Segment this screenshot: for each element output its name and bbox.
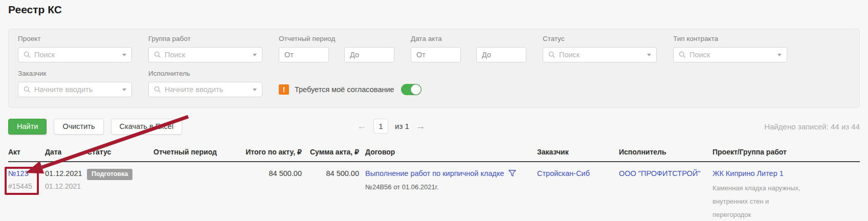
- cell-contract: Выполнение работ по кирпичной кладке №24…: [359, 168, 537, 221]
- act-id: #15445: [8, 181, 45, 191]
- registry-page: Реестр КС Проект Группа работ: [0, 0, 868, 221]
- find-button[interactable]: Найти: [8, 119, 47, 135]
- approval-filter: ! Требуется моё согласование: [279, 84, 421, 95]
- col-status: Статус: [87, 147, 153, 157]
- pagination: ← 1 из 1 →: [357, 119, 426, 134]
- next-page-icon[interactable]: →: [416, 119, 426, 134]
- search-icon: [548, 51, 555, 58]
- col-total: Итого по акту, ₽: [240, 147, 302, 157]
- search-icon: [679, 51, 686, 58]
- filter-work-group-label: Группа работ: [148, 34, 262, 43]
- customer-select[interactable]: [18, 82, 132, 97]
- status-search-input[interactable]: [559, 51, 643, 59]
- filter-row-2: Заказчик Исполнитель ! Требуется моё сог…: [18, 69, 850, 97]
- filter-contractor: Исполнитель: [148, 69, 262, 97]
- filter-contract-type-label: Тип контракта: [673, 34, 787, 43]
- contractor-select[interactable]: [148, 82, 262, 97]
- customer-search-input[interactable]: [34, 85, 119, 94]
- filter-status: Статус: [543, 34, 657, 62]
- col-act: Акт: [8, 147, 45, 157]
- act-date-to-input[interactable]: [476, 47, 526, 62]
- chevron-down-icon: [253, 54, 257, 56]
- table-header-row: Акт Дата Статус Отчетный период Итого по…: [8, 147, 860, 162]
- project-link[interactable]: ЖК Киприно Литер 1: [713, 169, 784, 178]
- col-period: Отчетный период: [153, 147, 240, 157]
- prev-page-icon[interactable]: ←: [357, 119, 367, 134]
- filter-funnel-icon[interactable]: [508, 170, 516, 177]
- cell-period: [153, 168, 240, 221]
- contractor-link[interactable]: ООО "ПРОФИТСТРОЙ": [619, 169, 700, 178]
- cell-customer: Стройскан-Сиб: [537, 168, 619, 221]
- act-date-sub: 01.12.2021: [45, 181, 87, 191]
- chevron-down-icon: [253, 89, 257, 91]
- act-number-link[interactable]: №123: [8, 169, 29, 178]
- search-icon: [154, 51, 161, 58]
- status-select[interactable]: [543, 47, 657, 62]
- col-amount: Сумма акта, ₽: [302, 147, 359, 157]
- toggle-knob: [411, 84, 421, 95]
- table-row: №123 #15445 01.12.2021 01.12.2021 Подгот…: [8, 162, 860, 221]
- cell-act: №123 #15445: [8, 168, 45, 221]
- chevron-down-icon: [122, 54, 126, 56]
- approval-toggle[interactable]: [401, 84, 421, 95]
- filter-project: Проект: [18, 34, 132, 62]
- chevron-down-icon: [647, 54, 651, 56]
- cell-project: ЖК Киприно Литер 1 Каменная кладка наруж…: [713, 168, 860, 221]
- project-search-input[interactable]: [34, 51, 119, 59]
- filter-project-label: Проект: [18, 34, 132, 43]
- excel-download-button[interactable]: Скачать в Excel: [111, 119, 183, 135]
- col-date: Дата: [45, 147, 87, 157]
- act-date-main: 01.12.2021: [45, 168, 87, 179]
- clear-button[interactable]: Очистить: [54, 119, 103, 135]
- col-contractor: Исполнитель: [619, 147, 713, 157]
- work-group-select[interactable]: [148, 47, 262, 62]
- report-period-to-input[interactable]: [344, 47, 394, 62]
- approval-label: Требуется моё согласование: [295, 85, 394, 94]
- filter-report-period-label: Отчетный период: [279, 34, 394, 43]
- contract-type-select[interactable]: [673, 47, 787, 62]
- contract-link[interactable]: Выполнение работ по кирпичной кладке: [365, 168, 504, 179]
- filter-act-date-label: Дата акта: [411, 34, 526, 43]
- contract-info: №24B56 от 01.06.2021г.: [365, 182, 537, 192]
- chevron-down-icon: [122, 89, 126, 91]
- search-icon: [24, 86, 31, 93]
- status-badge: Подготовка: [87, 169, 132, 180]
- filter-contract-type: Тип контракта: [673, 34, 787, 62]
- filter-customer: Заказчик: [18, 69, 132, 97]
- filter-row-1: Проект Группа работ Отчетный период: [18, 34, 850, 62]
- col-customer: Заказчик: [537, 147, 619, 157]
- customer-link[interactable]: Стройскан-Сиб: [537, 169, 590, 178]
- report-period-from-input[interactable]: [279, 47, 329, 62]
- work-group-search-input[interactable]: [165, 51, 249, 59]
- search-icon: [24, 51, 31, 58]
- contractor-search-input[interactable]: [165, 85, 249, 94]
- filter-customer-label: Заказчик: [18, 69, 132, 78]
- toolbar: Найти Очистить Скачать в Excel ← 1 из 1 …: [8, 118, 860, 135]
- search-icon: [154, 86, 161, 93]
- warning-icon: !: [279, 84, 289, 95]
- cell-status: Подготовка: [87, 168, 153, 221]
- cell-total: 84 500.00: [240, 168, 302, 221]
- cell-contractor: ООО "ПРОФИТСТРОЙ": [619, 168, 713, 221]
- filter-report-period: Отчетный период: [279, 34, 394, 62]
- chevron-down-icon: [777, 54, 782, 56]
- act-date-from-input[interactable]: [411, 47, 461, 62]
- filter-status-label: Статус: [543, 34, 657, 43]
- cell-date: 01.12.2021 01.12.2021: [45, 168, 87, 221]
- page-title: Реестр КС: [8, 3, 860, 16]
- filter-panel: Проект Группа работ Отчетный период: [8, 29, 860, 108]
- contract-type-search-input[interactable]: [689, 51, 774, 59]
- project-select[interactable]: [18, 47, 132, 62]
- acts-table: Акт Дата Статус Отчетный период Итого по…: [8, 147, 860, 221]
- filter-act-date: Дата акта: [411, 34, 526, 62]
- page-number-input[interactable]: 1: [373, 119, 388, 134]
- filter-contractor-label: Исполнитель: [148, 69, 262, 78]
- page-of-label: из 1: [395, 122, 409, 130]
- filter-work-group: Группа работ: [148, 34, 262, 62]
- col-contract: Договор: [359, 147, 537, 157]
- cell-amount: 84 500.00: [302, 168, 359, 221]
- project-description: Каменная кладка наружных, внутренних сте…: [713, 182, 804, 221]
- results-count: Найдено записей: 44 из 44: [764, 122, 860, 131]
- col-project: Проект/Группа работ: [713, 147, 860, 157]
